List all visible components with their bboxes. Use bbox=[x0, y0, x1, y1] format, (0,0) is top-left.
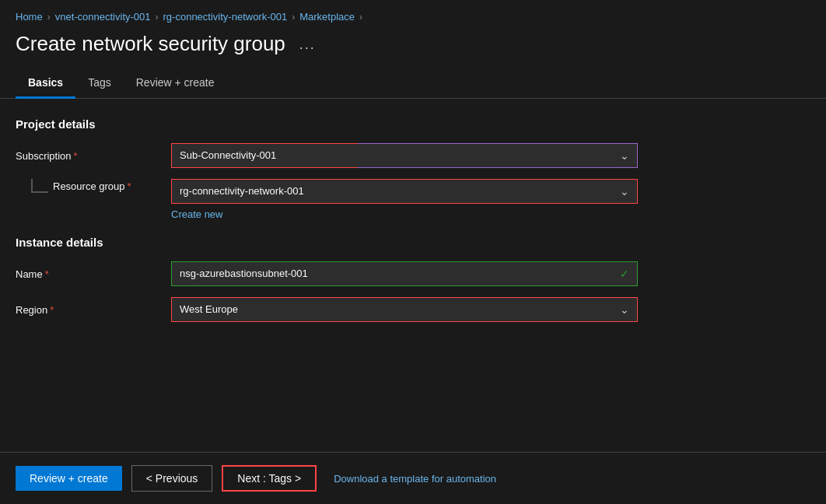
breadcrumb-sep-2: › bbox=[156, 12, 159, 23]
region-select[interactable]: ⌄ bbox=[358, 297, 638, 322]
resource-group-chevron: ⌄ bbox=[620, 185, 629, 198]
instance-details-section: Instance details Name * nsg-azurebastion… bbox=[16, 236, 810, 322]
name-row: Name * nsg-azurebastionsubnet-001 ✓ bbox=[16, 261, 810, 286]
indent-horizontal bbox=[33, 191, 48, 193]
more-options-button[interactable]: ... bbox=[295, 36, 320, 53]
region-input[interactable]: West Europe bbox=[171, 297, 358, 322]
next-tags-button[interactable]: Next : Tags > bbox=[222, 465, 317, 492]
breadcrumb-sep-1: › bbox=[47, 12, 51, 23]
breadcrumb-sep-4: › bbox=[359, 12, 362, 23]
project-details-heading: Project details bbox=[16, 117, 810, 131]
resource-group-input[interactable]: rg-connectivity-network-001 bbox=[171, 179, 358, 204]
region-row: Region * West Europe ⌄ bbox=[16, 297, 810, 322]
tabs-bar: Basics Tags Review + create bbox=[0, 68, 826, 99]
name-input[interactable]: nsg-azurebastionsubnet-001 bbox=[171, 261, 358, 286]
subscription-label: Subscription * bbox=[16, 150, 171, 162]
form-container: Project details Subscription * Sub-Conne… bbox=[0, 117, 826, 322]
create-new-link[interactable]: Create new bbox=[171, 208, 810, 220]
tab-tags[interactable]: Tags bbox=[75, 68, 124, 99]
name-label: Name * bbox=[16, 268, 171, 280]
breadcrumb-rg[interactable]: rg-connectivity-network-001 bbox=[163, 11, 288, 23]
region-chevron: ⌄ bbox=[620, 303, 629, 316]
region-label: Region * bbox=[16, 304, 171, 316]
download-template-link[interactable]: Download a template for automation bbox=[334, 473, 496, 485]
review-create-button[interactable]: Review + create bbox=[16, 466, 122, 491]
name-valid-icon: ✓ bbox=[620, 268, 629, 280]
footer: Review + create < Previous Next : Tags >… bbox=[0, 452, 826, 504]
region-required: * bbox=[50, 304, 54, 316]
breadcrumb-vnet[interactable]: vnet-connectivity-001 bbox=[55, 11, 151, 23]
subscription-select[interactable]: ⌄ bbox=[358, 143, 638, 168]
breadcrumb-sep-3: › bbox=[292, 12, 295, 23]
region-dropdown-wrapper: West Europe ⌄ bbox=[171, 297, 638, 322]
subscription-input[interactable]: Sub-Connectivity-001 bbox=[171, 143, 358, 168]
page-title: Create network security group bbox=[16, 32, 285, 56]
resource-group-label: Resource group * bbox=[48, 179, 131, 193]
tab-review-create[interactable]: Review + create bbox=[124, 68, 227, 99]
tab-basics[interactable]: Basics bbox=[16, 68, 75, 99]
breadcrumb-marketplace[interactable]: Marketplace bbox=[299, 11, 355, 23]
page-header: Create network security group ... bbox=[0, 29, 826, 68]
resource-group-row: Resource group * rg-connectivity-network… bbox=[16, 179, 810, 204]
breadcrumb-home[interactable]: Home bbox=[16, 11, 43, 23]
breadcrumb: Home › vnet-connectivity-001 › rg-connec… bbox=[0, 0, 826, 29]
name-required: * bbox=[45, 268, 49, 280]
subscription-required: * bbox=[74, 150, 78, 162]
name-check: ✓ bbox=[358, 261, 638, 286]
resource-group-dropdown-wrapper: rg-connectivity-network-001 ⌄ bbox=[171, 179, 638, 204]
resource-group-select[interactable]: ⌄ bbox=[358, 179, 638, 204]
previous-button[interactable]: < Previous bbox=[131, 465, 213, 492]
subscription-dropdown-wrapper: Sub-Connectivity-001 ⌄ bbox=[171, 143, 638, 168]
resource-group-indent: Resource group * bbox=[16, 179, 171, 193]
resource-group-required: * bbox=[128, 180, 131, 192]
subscription-row: Subscription * Sub-Connectivity-001 ⌄ bbox=[16, 143, 810, 168]
name-dropdown-wrapper: nsg-azurebastionsubnet-001 ✓ bbox=[171, 261, 638, 286]
subscription-chevron: ⌄ bbox=[620, 149, 629, 162]
instance-details-heading: Instance details bbox=[16, 236, 810, 249]
